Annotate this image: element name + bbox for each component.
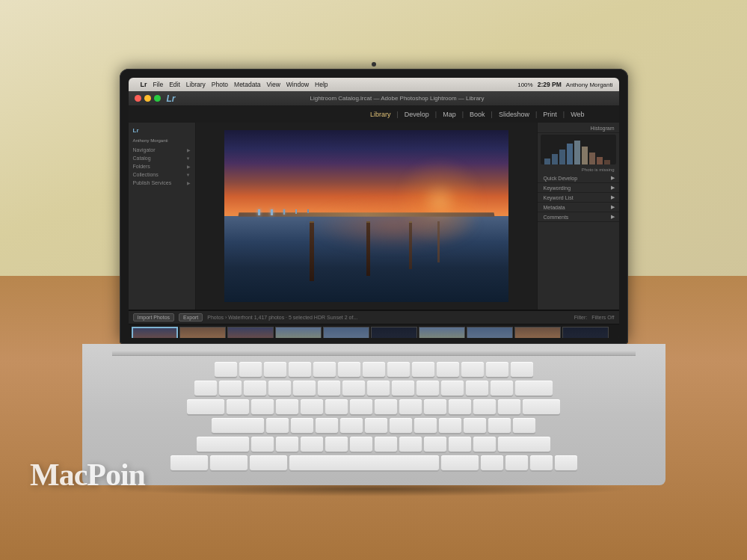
comments-section[interactable]: Comments ▶ bbox=[538, 212, 619, 222]
key-4[interactable] bbox=[293, 381, 316, 396]
key-o[interactable] bbox=[424, 399, 446, 414]
key-return[interactable] bbox=[523, 399, 560, 414]
key-backtick[interactable] bbox=[194, 381, 217, 396]
export-button[interactable]: Export bbox=[179, 313, 203, 321]
key-caps[interactable] bbox=[212, 418, 264, 433]
key-v[interactable] bbox=[325, 437, 348, 452]
thumbnail-8[interactable] bbox=[467, 327, 513, 338]
menubar-metadata[interactable]: Metadata bbox=[234, 81, 260, 88]
import-button[interactable]: Import Photos bbox=[133, 313, 175, 321]
key-3[interactable] bbox=[268, 381, 291, 396]
key-tab[interactable] bbox=[187, 399, 224, 414]
key-f10[interactable] bbox=[461, 362, 484, 377]
key-right[interactable] bbox=[555, 455, 577, 470]
key-0[interactable] bbox=[441, 381, 464, 396]
metadata-section[interactable]: Metadata ▶ bbox=[538, 203, 619, 212]
key-1[interactable] bbox=[219, 381, 242, 396]
key-s[interactable] bbox=[291, 418, 313, 433]
key-f8[interactable] bbox=[412, 362, 434, 377]
key-f6[interactable] bbox=[363, 362, 385, 377]
key-slash[interactable] bbox=[473, 437, 496, 452]
sidebar-navigator[interactable]: Navigator ▶ bbox=[129, 146, 195, 154]
key-n[interactable] bbox=[375, 437, 397, 452]
key-2[interactable] bbox=[244, 381, 266, 396]
thumbnail-6[interactable] bbox=[371, 327, 417, 338]
menubar-library[interactable]: Library bbox=[186, 81, 206, 88]
thumbnail-1[interactable] bbox=[132, 327, 178, 338]
key-comma[interactable] bbox=[424, 437, 446, 452]
key-cmd-right[interactable] bbox=[441, 455, 479, 470]
thumbnail-4[interactable] bbox=[275, 327, 322, 338]
key-x[interactable] bbox=[276, 437, 298, 452]
key-minus[interactable] bbox=[466, 381, 488, 396]
key-6[interactable] bbox=[342, 381, 365, 396]
menubar-file[interactable]: File bbox=[153, 81, 164, 88]
module-map[interactable]: Map bbox=[438, 109, 461, 120]
key-u[interactable] bbox=[375, 399, 397, 414]
key-lbracket[interactable] bbox=[473, 399, 496, 414]
sidebar-folders[interactable]: Folders ▶ bbox=[129, 162, 195, 170]
key-9[interactable] bbox=[416, 381, 439, 396]
key-space[interactable] bbox=[289, 455, 439, 470]
menubar-help[interactable]: Help bbox=[315, 81, 328, 88]
key-quote[interactable] bbox=[513, 418, 535, 433]
key-f1[interactable] bbox=[239, 362, 262, 377]
key-h[interactable] bbox=[390, 418, 412, 433]
key-backspace[interactable] bbox=[515, 381, 553, 396]
key-g[interactable] bbox=[365, 418, 387, 433]
key-f3[interactable] bbox=[289, 362, 311, 377]
key-f5[interactable] bbox=[338, 362, 360, 377]
maximize-button[interactable] bbox=[154, 95, 161, 102]
key-ctrl[interactable] bbox=[210, 455, 248, 470]
thumbnail-5[interactable] bbox=[323, 327, 369, 338]
quick-develop-section[interactable]: Quick Develop ▶ bbox=[538, 173, 619, 183]
module-develop[interactable]: Develop bbox=[400, 109, 434, 120]
minimize-button[interactable] bbox=[144, 95, 151, 102]
key-f12[interactable] bbox=[511, 362, 533, 377]
menubar-photo[interactable]: Photo bbox=[212, 81, 228, 88]
filter-value[interactable]: Filters Off bbox=[591, 315, 614, 320]
key-esc[interactable] bbox=[215, 362, 237, 377]
key-q[interactable] bbox=[227, 399, 249, 414]
module-print[interactable]: Print bbox=[538, 109, 562, 120]
menubar-window[interactable]: Window bbox=[286, 81, 309, 88]
key-d[interactable] bbox=[316, 418, 338, 433]
key-b[interactable] bbox=[350, 437, 372, 452]
key-w[interactable] bbox=[251, 399, 274, 414]
sidebar-collections[interactable]: Collections ▼ bbox=[129, 170, 195, 179]
key-f11[interactable] bbox=[486, 362, 508, 377]
keywording-section[interactable]: Keywording ▶ bbox=[538, 183, 619, 193]
close-button[interactable] bbox=[135, 95, 141, 102]
key-rbracket[interactable] bbox=[498, 399, 520, 414]
key-shift-right[interactable] bbox=[498, 437, 550, 452]
key-l[interactable] bbox=[464, 418, 486, 433]
thumbnail-7[interactable] bbox=[419, 327, 465, 338]
module-slideshow[interactable]: Slideshow bbox=[494, 109, 534, 120]
key-f9[interactable] bbox=[437, 362, 459, 377]
key-f[interactable] bbox=[340, 418, 363, 433]
key-down[interactable] bbox=[530, 455, 553, 470]
key-equals[interactable] bbox=[491, 381, 513, 396]
key-a[interactable] bbox=[266, 418, 289, 433]
module-library[interactable]: Library bbox=[366, 109, 396, 120]
key-8[interactable] bbox=[392, 381, 414, 396]
key-fn[interactable] bbox=[170, 455, 208, 470]
thumbnail-3[interactable] bbox=[227, 327, 274, 338]
thumbnail-9[interactable] bbox=[514, 327, 561, 338]
key-r[interactable] bbox=[301, 399, 323, 414]
sidebar-catalog[interactable]: Catalog ▼ bbox=[129, 154, 195, 162]
thumbnail-10[interactable] bbox=[562, 327, 609, 338]
key-c[interactable] bbox=[301, 437, 323, 452]
key-e[interactable] bbox=[276, 399, 298, 414]
key-period[interactable] bbox=[449, 437, 471, 452]
menubar-view[interactable]: View bbox=[267, 81, 280, 88]
menubar-edit[interactable]: Edit bbox=[169, 81, 180, 88]
key-y[interactable] bbox=[350, 399, 372, 414]
module-book[interactable]: Book bbox=[465, 109, 490, 120]
key-shift-left[interactable] bbox=[197, 437, 249, 452]
key-j[interactable] bbox=[414, 418, 437, 433]
key-t[interactable] bbox=[325, 399, 348, 414]
key-up[interactable] bbox=[505, 455, 528, 470]
key-f2[interactable] bbox=[264, 362, 286, 377]
key-f4[interactable] bbox=[313, 362, 336, 377]
